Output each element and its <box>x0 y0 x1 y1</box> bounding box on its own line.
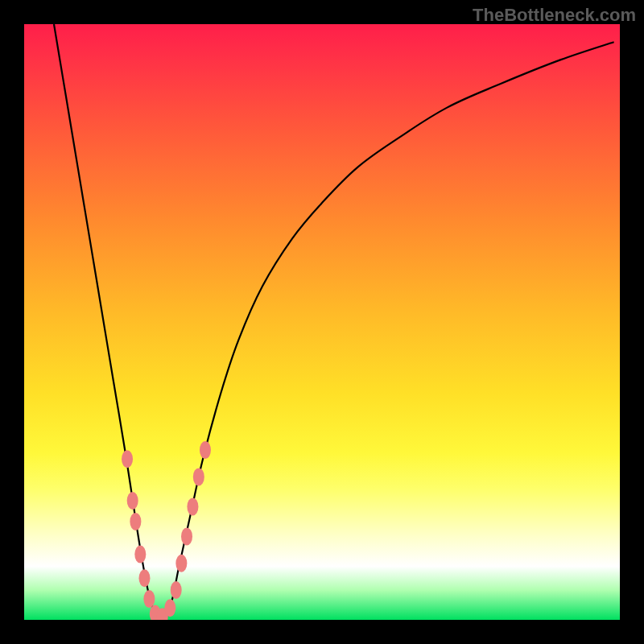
data-marker <box>175 555 187 572</box>
watermark-text: TheBottleneck.com <box>473 5 636 26</box>
bottleneck-curve <box>54 24 614 620</box>
data-marker <box>122 450 133 468</box>
plot-area <box>24 24 620 620</box>
data-marker <box>193 468 204 485</box>
data-marker <box>200 441 211 459</box>
data-marker <box>138 569 150 587</box>
data-markers <box>122 441 211 620</box>
data-marker <box>181 527 192 545</box>
data-marker <box>171 581 182 599</box>
data-marker <box>164 599 175 617</box>
chart-svg <box>24 24 620 620</box>
data-marker <box>130 513 141 530</box>
data-marker <box>134 546 146 564</box>
data-marker <box>187 497 198 515</box>
data-marker <box>143 590 155 608</box>
data-marker <box>127 492 138 510</box>
chart-frame: TheBottleneck.com <box>0 0 644 644</box>
